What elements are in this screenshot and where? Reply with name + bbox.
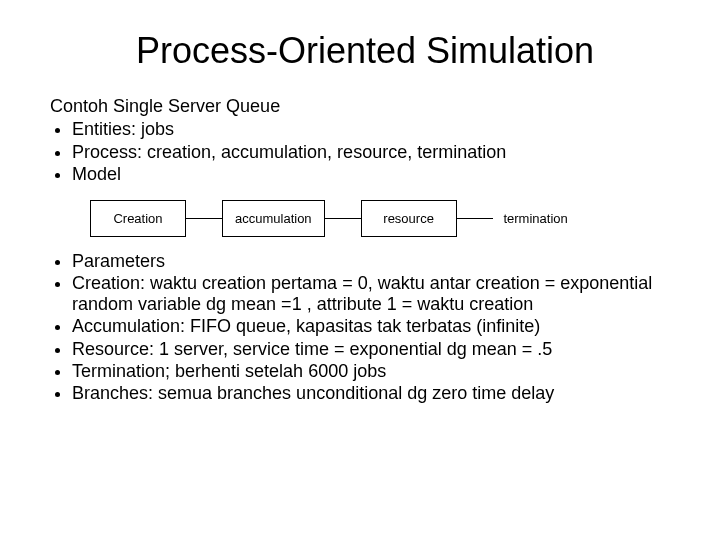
list-item: Parameters — [72, 251, 680, 272]
list-item: Accumulation: FIFO queue, kapasitas tak … — [72, 316, 680, 337]
list-item: Model — [72, 164, 680, 186]
diagram-box-accumulation: accumulation — [222, 200, 325, 237]
diagram-box-termination: termination — [493, 201, 579, 236]
slide-title: Process-Oriented Simulation — [50, 30, 680, 72]
top-bullet-list: Entities: jobs Process: creation, accumu… — [50, 119, 680, 186]
list-item: Creation: waktu creation pertama = 0, wa… — [72, 273, 680, 315]
diagram-box-resource: resource — [361, 200, 457, 237]
slide: Process-Oriented Simulation Contoh Singl… — [0, 0, 720, 425]
list-item: Branches: semua branches unconditional d… — [72, 383, 680, 404]
list-item: Resource: 1 server, service time = expon… — [72, 339, 680, 360]
bottom-bullet-list: Parameters Creation: waktu creation pert… — [50, 251, 680, 405]
process-diagram: Creation accumulation resource terminati… — [90, 200, 680, 237]
list-item: Termination; berhenti setelah 6000 jobs — [72, 361, 680, 382]
subhead: Contoh Single Server Queue — [50, 96, 680, 117]
diagram-connector — [325, 218, 361, 219]
diagram-box-creation: Creation — [90, 200, 186, 237]
list-item: Process: creation, accumulation, resourc… — [72, 142, 680, 164]
diagram-connector — [186, 218, 222, 219]
list-item: Entities: jobs — [72, 119, 680, 141]
diagram-connector — [457, 218, 493, 219]
